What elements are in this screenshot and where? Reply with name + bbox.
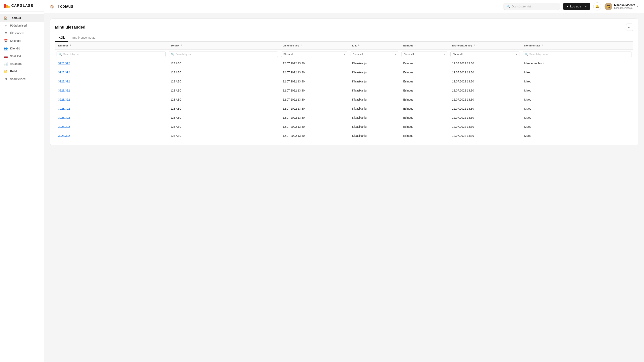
cell-esindus: Esindus [400, 86, 449, 95]
cell-number[interactable]: 3928/392 [55, 77, 167, 86]
chevron-down-icon-broneeritud: ▾ [516, 53, 517, 55]
cell-broneeritud-aeg: 12.07.2022 13:30 [449, 68, 521, 77]
user-name: Maarika Mäeots [614, 3, 635, 7]
table-row: 3928/392 123 ABC 12.07.2022 13:30 Klaasi… [55, 122, 633, 131]
cell-number[interactable]: 3928/392 [55, 86, 167, 95]
sort-icon-soiduk[interactable]: ⇅ [180, 44, 182, 47]
filter-esindus-select[interactable]: Show all ▾ [402, 51, 447, 57]
cell-esindus: Esindus [400, 59, 449, 68]
sort-icon-lisamise-aeg[interactable]: ⇅ [300, 44, 302, 47]
sidebar-item-kliendid[interactable]: 👥 Kliendid [0, 45, 44, 52]
cell-soiduk: 123 ABC [167, 86, 280, 95]
cell-number[interactable]: 3928/392 [55, 122, 167, 131]
cell-broneeritud-aeg: 12.07.2022 13:30 [449, 122, 521, 131]
sidebar-item-kalender[interactable]: 📅 Kalender [0, 37, 44, 45]
sort-icon-esindus[interactable]: ⇅ [414, 44, 416, 47]
cell-number[interactable]: 3928/392 [55, 95, 167, 104]
cell-number[interactable]: 3928/392 [55, 131, 167, 140]
col-lisamise-aeg: Lisamise aeg ⇅ [280, 42, 349, 50]
cell-lisamise-aeg: 12.07.2022 13:30 [280, 59, 349, 68]
cell-liik: Klaasikahju [349, 59, 400, 68]
cell-broneeritud-aeg: 12.07.2022 13:30 [449, 77, 521, 86]
sidebar-item-seadistused[interactable]: ⚙ Seadistused [0, 75, 44, 83]
cell-lisamise-aeg: 12.07.2022 13:30 [280, 68, 349, 77]
table-row: 3928/392 123 ABC 12.07.2022 13:30 Klaasi… [55, 59, 633, 68]
cell-liik: Klaasikahju [349, 95, 400, 104]
sidebar-item-label-kalender: Kalender [10, 39, 21, 42]
sidebar-item-failid[interactable]: 📁 Failid [0, 67, 44, 75]
cell-lisamise-aeg: 12.07.2022 13:30 [280, 95, 349, 104]
notifications-button[interactable]: 🔔 [593, 2, 601, 10]
sidebar-item-aruanded[interactable]: 📊 Aruanded [0, 60, 44, 67]
sort-icon-broneeritud-aeg[interactable]: ⇅ [473, 44, 475, 47]
dropdown-arrow-icon[interactable]: ▾ [583, 5, 586, 8]
cell-soiduk: 123 ABC [167, 59, 280, 68]
cell-kommentaar: Maec [521, 77, 633, 86]
cell-kommentaar: Maecenas fauci... [521, 59, 633, 68]
cell-liik: Klaasikahju [349, 131, 400, 140]
filter-broneeritud-select[interactable]: Show all ▾ [450, 51, 520, 57]
filter-lisamise-aeg-select[interactable]: Show all ▾ [281, 51, 347, 57]
tasks-card: Minu ülesanded ⋯ Kõik Ilma broneeringuta [50, 18, 638, 145]
chevron-down-icon-esindus: ▾ [444, 53, 445, 55]
cell-soiduk: 123 ABC [167, 104, 280, 113]
card-title: Minu ülesanded [55, 25, 85, 29]
logo-text: CARGLASS [11, 3, 33, 8]
tabs-bar: Kõik Ilma broneeringuta [55, 34, 633, 42]
filter-row: 🔍 🔍 [55, 50, 633, 59]
btn-new-label: Loo uus [570, 5, 581, 8]
content-area: Minu ülesanded ⋯ Kõik Ilma broneeringuta [44, 13, 644, 362]
tab-ilma[interactable]: Ilma broneeringuta [68, 34, 99, 42]
bell-icon: 🔔 [595, 4, 599, 8]
filter-lisamise-aeg-value: Show all [283, 53, 293, 56]
filter-number-input[interactable] [63, 53, 164, 56]
cell-broneeritud-aeg: 12.07.2022 13:30 [449, 86, 521, 95]
filter-soiduk: 🔍 [167, 50, 280, 59]
create-new-button[interactable]: + Loo uus ▾ [563, 3, 590, 10]
sort-icon-liik[interactable]: ⇅ [358, 44, 360, 47]
cell-liik: Klaasikahju [349, 104, 400, 113]
filter-kommentaar-input[interactable] [529, 53, 630, 56]
user-chevron-icon: ▾ [637, 5, 638, 8]
cell-liik: Klaasikahju [349, 113, 400, 122]
card-menu-button[interactable]: ⋯ [626, 23, 633, 31]
cell-number[interactable]: 3928/392 [55, 104, 167, 113]
chevron-down-icon-liik: ▾ [395, 53, 396, 55]
avatar: 👩 [604, 2, 612, 10]
sidebar-item-poordumised[interactable]: ↩ Pöördumised [0, 22, 44, 29]
tab-koik[interactable]: Kõik [55, 34, 68, 42]
table-row: 3928/392 123 ABC 12.07.2022 13:30 Klaasi… [55, 104, 633, 113]
header-home-icon[interactable]: 🏠 [50, 4, 54, 9]
cell-broneeritud-aeg: 12.07.2022 13:30 [449, 95, 521, 104]
cell-number[interactable]: 3928/392 [55, 59, 167, 68]
filter-liik-select[interactable]: Show all ▾ [350, 51, 398, 57]
sidebar-item-ulesanded[interactable]: ≡ Ülesanded [0, 29, 44, 37]
cell-esindus: Esindus [400, 131, 449, 140]
cell-number[interactable]: 3928/392 [55, 68, 167, 77]
filter-soiduk-input[interactable] [176, 53, 276, 56]
filter-esindus: Show all ▾ [400, 50, 449, 59]
user-menu[interactable]: 👩 Maarika Mäeots Klienditeenindaja ▾ [604, 2, 638, 10]
filter-search-icon-number: 🔍 [59, 53, 62, 56]
sort-icon-kommentaar[interactable]: ⇅ [541, 44, 543, 47]
col-liik: Liik ⇅ [349, 42, 400, 50]
return-icon: ↩ [4, 24, 8, 27]
global-search[interactable]: 🔍 [504, 3, 560, 10]
cell-number[interactable]: 3928/392 [55, 113, 167, 122]
sort-icon-number[interactable]: ⇅ [69, 44, 71, 47]
cell-broneeritud-aeg: 12.07.2022 13:30 [449, 131, 521, 140]
tasks-table-wrap: Number ⇅ Sõiduk ⇅ [55, 42, 633, 140]
cell-kommentaar: Maec [521, 86, 633, 95]
cell-kommentaar: Maec [521, 68, 633, 77]
table-row: 3928/392 123 ABC 12.07.2022 13:30 Klaasi… [55, 113, 633, 122]
filter-broneeritud-value: Show all [452, 53, 462, 56]
sidebar-item-soidukid[interactable]: 🚗 Sõidukid [0, 52, 44, 60]
cell-lisamise-aeg: 12.07.2022 13:30 [280, 104, 349, 113]
sidebar-item-label-failid: Failid [10, 70, 17, 73]
filter-lisamise-aeg: Show all ▾ [280, 50, 349, 59]
col-kommentaar: Kommentaar ⇅ [521, 42, 633, 50]
search-input[interactable] [512, 5, 557, 8]
sidebar-item-toolaud[interactable]: 🏠 Töölaud [0, 14, 44, 22]
filter-search-icon-kommentaar: 🔍 [525, 53, 528, 56]
cell-kommentaar: Maec [521, 95, 633, 104]
